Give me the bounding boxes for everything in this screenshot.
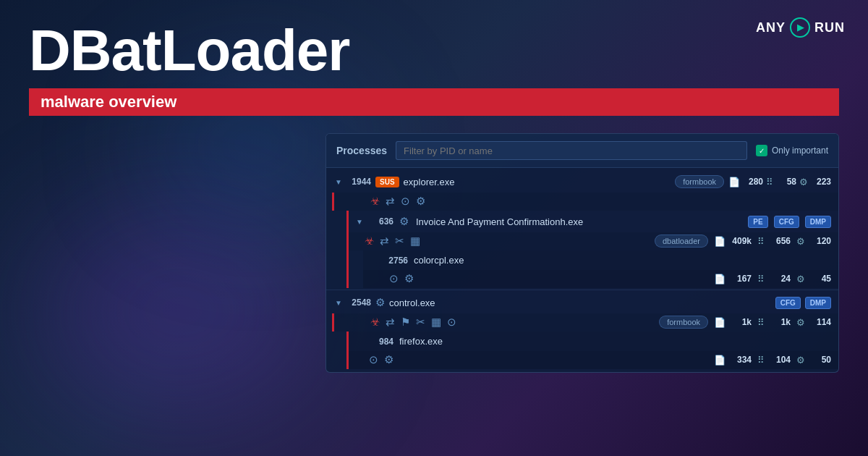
pid-colorcpl: 2756: [385, 256, 408, 266]
malware-badge-explorer: formbook: [675, 175, 724, 188]
pid-control: 2548: [348, 297, 371, 308]
process-group-explorer: ▼ 1944 SUS explorer.exe formbook 📄 280 ⠿…: [326, 171, 838, 288]
stats-explorer: 📄 280 ⠿ 58 ⚙ 223: [728, 177, 831, 187]
icons-stats-row-control: ☣ ⇄ ⚑ ✂ ▦ ⊙ formbook 📄 1k ⠿ 1k ⚙ 114: [332, 313, 838, 332]
arrows-icon-explorer: ⇄: [386, 195, 395, 208]
logo-any: ANY: [756, 20, 786, 35]
filter-input[interactable]: [396, 141, 747, 160]
procname-control: control.exe: [389, 297, 771, 308]
tag-dmp-control: DMP: [805, 297, 831, 309]
proc-icon-invoice: ⚙: [399, 215, 409, 228]
process-row-control[interactable]: ▼ 2548 ⚙ control.exe CFG DMP: [326, 292, 838, 313]
scissors-icon-control: ✂: [416, 316, 425, 329]
stat-files-colorcpl: 167: [731, 274, 752, 284]
file-icon-colorcpl: 📄: [714, 274, 726, 284]
tag-dmp-invoice: DMP: [805, 216, 831, 228]
net-icon-invoice: ⠿: [757, 236, 765, 247]
process-group-colorcpl: 2756 colorcpl.exe ⊙ ⚙ 📄 167 ⠿ 24 ⚙ 45: [363, 250, 838, 288]
expand-explorer[interactable]: ▼: [333, 177, 344, 187]
gear-icon-firefox-stat: ⚙: [796, 355, 805, 366]
stat-files-firefox: 334: [731, 355, 752, 365]
process-panel: Processes ✓ Only important ▼ 1944 SUS ex…: [326, 133, 839, 373]
stat-net-control: 1k: [770, 317, 791, 327]
tag-sus-explorer: SUS: [375, 177, 399, 187]
gear-icon-invoice: ⚙: [796, 236, 805, 247]
pid-explorer: 1944: [348, 177, 371, 187]
only-important-container[interactable]: ✓ Only important: [756, 145, 828, 156]
tag-cfg-invoice: CFG: [774, 216, 799, 228]
stat-files-control: 1k: [731, 317, 752, 327]
stat-files-invoice: 409k: [731, 236, 752, 246]
biohazard-icon-control: ☣: [370, 316, 380, 329]
net-icon-firefox: ⠿: [757, 355, 765, 366]
process-row-invoice[interactable]: ▼ 636 ⚙ Invoice And Payment Confirmation…: [349, 211, 838, 232]
gear-icon-colorcpl-stat: ⚙: [796, 274, 805, 284]
process-row-colorcpl[interactable]: 2756 colorcpl.exe: [363, 250, 838, 270]
icons-row-explorer: ☣ ⇄ ⊙ ⚙: [332, 193, 838, 211]
process-group-firefox: 984 firefox.exe ⊙ ⚙ 📄 334 ⠿ 104 ⚙ 50: [346, 332, 838, 369]
row-sep-1: [326, 290, 838, 290]
gear-icon-control-stat: ⚙: [796, 317, 805, 328]
only-important-checkbox[interactable]: ✓: [756, 145, 767, 156]
tag-pe-invoice: PE: [748, 216, 767, 228]
registry-icon-explorer: ⊙: [401, 195, 410, 208]
process-group-control: ▼ 2548 ⚙ control.exe CFG DMP ☣ ⇄ ⚑ ✂ ▦ ⊙…: [326, 292, 838, 369]
net-icon-control: ⠿: [757, 317, 765, 328]
expand-control[interactable]: ▼: [333, 297, 344, 308]
proc-icon-control: ⚙: [375, 296, 385, 309]
bits-icon-explorer: ⚙: [416, 195, 425, 208]
arrows-icon-invoice: ⇄: [380, 235, 389, 248]
page-title: DBatLoader: [29, 22, 839, 80]
process-group-invoice: ▼ 636 ⚙ Invoice And Payment Confirmation…: [346, 211, 838, 288]
bits-icon-control: ▦: [431, 316, 441, 329]
logo-play-icon: [790, 17, 810, 38]
file-icon-invoice: 📄: [714, 236, 726, 247]
only-important-label: Only important: [772, 145, 828, 156]
stat-gear-invoice: 120: [811, 236, 831, 246]
icons-stats-row-firefox: ⊙ ⚙ 📄 334 ⠿ 104 ⚙ 50: [349, 351, 838, 369]
stat-net-colorcpl: 24: [770, 274, 791, 284]
process-row-firefox[interactable]: 984 firefox.exe: [349, 332, 838, 351]
procname-firefox: firefox.exe: [399, 336, 831, 347]
procname-invoice: Invoice And Payment Confirmationh.exe: [416, 216, 742, 227]
gear-icon-colorcpl: ⚙: [404, 272, 414, 285]
stat-gear-control: 114: [811, 317, 831, 327]
scissors-icon-invoice: ✂: [395, 235, 404, 248]
stat-net-firefox: 104: [770, 355, 791, 365]
bits-icon-invoice: ▦: [410, 235, 420, 248]
stat-gear-colorcpl: 45: [811, 274, 831, 284]
process-row-explorer[interactable]: ▼ 1944 SUS explorer.exe formbook 📄 280 ⠿…: [326, 171, 838, 193]
anyrun-logo: ANY RUN: [756, 17, 845, 38]
reg-icon-control: ⊙: [447, 316, 456, 329]
stat-gear-explorer: 223: [811, 177, 831, 187]
icons-stats-row-colorcpl: ⊙ ⚙ 📄 167 ⠿ 24 ⚙ 45: [363, 270, 838, 288]
stat-net-invoice: 656: [770, 236, 791, 246]
logo-run: RUN: [814, 20, 845, 35]
panel-title: Processes: [336, 145, 387, 156]
file-icon-explorer: 📄: [728, 177, 740, 187]
panel-header: Processes ✓ Only important: [326, 134, 838, 168]
stat-gear-firefox: 50: [811, 355, 831, 365]
net-icon-colorcpl: ⠿: [757, 274, 765, 284]
registry-icon-colorcpl: ⊙: [389, 272, 399, 285]
stat-files-explorer: 280: [743, 177, 763, 187]
pid-invoice: 636: [370, 216, 393, 227]
arrows-icon-control: ⇄: [386, 316, 395, 329]
malware-badge-control: formbook: [659, 316, 708, 329]
gear-icon-firefox: ⚙: [384, 353, 393, 366]
procname-explorer: explorer.exe: [404, 177, 671, 187]
pid-firefox: 984: [370, 337, 393, 347]
registry-icon-firefox: ⊙: [369, 353, 378, 366]
stat-net-explorer: 58: [776, 177, 796, 187]
process-list: ▼ 1944 SUS explorer.exe formbook 📄 280 ⠿…: [326, 168, 838, 372]
file-icon-firefox: 📄: [714, 355, 726, 366]
biohazard-icon-explorer: ☣: [370, 195, 380, 208]
biohazard-icon-invoice: ☣: [365, 235, 374, 248]
subtitle-badge: malware overview: [29, 88, 839, 116]
expand-invoice[interactable]: ▼: [354, 216, 365, 227]
procname-colorcpl: colorcpl.exe: [414, 255, 831, 266]
gear-icon-explorer: ⚙: [799, 177, 808, 187]
hat-icon-control: ⚑: [401, 316, 410, 329]
main-content: ANY RUN DBatLoader malware overview Proc…: [0, 0, 868, 456]
icons-stats-row-invoice: ☣ ⇄ ✂ ▦ dbatloader 📄 409k ⠿ 656 ⚙ 120: [349, 232, 838, 250]
